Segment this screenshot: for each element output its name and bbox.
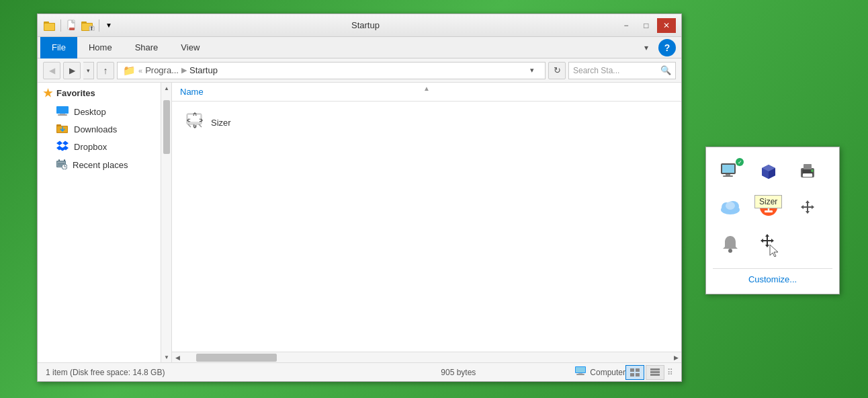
ribbon-collapse-button[interactable]: ▾ [637,40,656,55]
tray-icons-grid: ✓ [713,154,832,266]
address-bar[interactable]: 📁 « Progra... ▶ Startup ▾ [117,62,546,79]
tray-icon-green-check[interactable]: ✓ [718,159,742,184]
view-buttons [625,365,664,380]
address-current[interactable]: Startup [189,65,218,75]
scroll-right-arrow[interactable]: ▶ [670,352,681,363]
svg-rect-19 [64,159,65,161]
svg-rect-18 [58,159,60,161]
tb-separator-1 [60,19,61,32]
search-box[interactable]: Search Sta... 🔍 [568,62,676,79]
window-controls: − □ ✕ [617,18,676,33]
tray-icon-sizer[interactable] [795,195,820,219]
tray-icon-move-cursor[interactable] [756,231,781,255]
tab-file[interactable]: File [40,37,77,58]
address-folder-icon: 📁 [123,65,136,77]
tray-icon-cloud[interactable] [718,195,742,219]
scroll-up-arrow[interactable]: ▲ [161,83,172,93]
scroll-left-arrow[interactable]: ◀ [172,352,183,363]
status-bar: 1 item (Disk free space: 14.8 GB) 905 by… [38,362,681,381]
tray-divider [713,268,832,269]
file-list-header: ▲ Name [172,83,681,102]
desktop-icon [56,106,69,118]
tab-share[interactable]: Share [124,37,170,58]
file-item-sizer[interactable]: Sizer [180,107,673,138]
svg-rect-24 [188,115,200,122]
up-button[interactable]: ↑ [97,62,114,79]
address-parent[interactable]: Progra... [145,65,179,75]
search-placeholder-text: Search Sta... [573,66,619,75]
svg-point-52 [726,202,735,210]
status-file-size: 905 bytes [441,368,575,377]
svg-rect-47 [803,173,812,177]
sidebar-item-downloads[interactable]: Downloads [38,120,165,138]
sizer-tooltip: Sizer [754,195,782,208]
sidebar-label-recent: Recent places [73,160,128,170]
large-view-button[interactable] [646,365,664,380]
new-folder-icon[interactable]: ⬆ [81,19,95,32]
sidebar-inner: ★ Favorites Desktop [38,83,165,174]
svg-rect-39 [723,175,733,177]
forward-button[interactable]: ▶ [63,62,81,79]
svg-point-48 [811,169,814,172]
svg-rect-10 [56,106,69,114]
svg-text:⬆: ⬆ [89,26,94,31]
tray-icon-cube[interactable] [756,159,781,184]
tray-icon-upload[interactable]: Sizer [756,195,781,219]
svg-rect-21 [58,165,62,165]
tab-view[interactable]: View [169,37,211,58]
h-scroll-track[interactable] [183,352,670,363]
ribbon-right: ▾ ? [637,39,681,56]
svg-rect-32 [636,373,640,376]
sidebar-label-dropbox: Dropbox [74,142,107,152]
title-bar-dropdown[interactable]: ▼ [103,20,114,31]
svg-rect-33 [650,368,660,370]
svg-rect-2 [44,24,54,30]
content-area: ★ Favorites Desktop [38,83,681,362]
scroll-track[interactable] [161,93,171,352]
svg-rect-37 [722,165,734,173]
svg-rect-34 [650,371,660,373]
check-badge: ✓ [736,158,744,166]
ribbon-tabs: File Home Share View ▾ ? [38,37,681,58]
file-name-sizer: Sizer [211,118,231,128]
sidebar: ★ Favorites Desktop [38,83,172,362]
column-name-header[interactable]: Name [180,87,204,97]
sidebar-label-downloads: Downloads [74,124,117,134]
address-arrow: ▶ [181,66,187,75]
svg-rect-35 [650,374,660,376]
sidebar-favorites-header[interactable]: ★ Favorites [38,83,165,104]
svg-rect-12 [58,114,67,116]
help-button[interactable]: ? [658,39,676,56]
svg-rect-29 [630,368,634,372]
customize-link[interactable]: Customize... [713,272,832,287]
refresh-button[interactable]: ↻ [548,62,566,79]
svg-rect-4 [69,28,75,30]
tray-icon-bell[interactable] [718,231,742,255]
sidebar-item-dropbox[interactable]: Dropbox [38,138,165,156]
address-separator: « [138,67,142,75]
sidebar-item-desktop[interactable]: Desktop [38,104,165,120]
file-list-content: Sizer [172,102,681,352]
status-location-text: Computer [590,368,625,377]
svg-point-55 [728,249,732,253]
sidebar-label-desktop: Desktop [74,107,106,117]
toolbar: ◀ ▶ ▾ ↑ 📁 « Progra... ▶ Startup ▾ ↻ Sear… [38,58,681,83]
tab-home[interactable]: Home [77,37,124,58]
svg-rect-26 [576,367,585,372]
scroll-down-arrow[interactable]: ▼ [161,352,172,362]
maximize-button[interactable]: □ [637,18,656,33]
tray-icon-printer[interactable] [795,159,820,184]
file-list: ▲ Name [172,83,681,362]
history-dropdown[interactable]: ▾ [83,62,94,79]
close-button[interactable]: ✕ [657,18,676,33]
scroll-thumb[interactable] [163,100,170,154]
h-scroll-thumb[interactable] [196,354,277,362]
back-button[interactable]: ◀ [43,62,60,79]
recent-places-icon [56,159,67,171]
details-view-button[interactable] [625,365,644,380]
star-icon: ★ [43,87,52,100]
address-dropdown[interactable]: ▾ [525,63,539,78]
minimize-button[interactable]: − [617,18,636,33]
new-file-icon[interactable] [65,19,79,32]
sidebar-item-recent[interactable]: Recent places [38,156,165,174]
